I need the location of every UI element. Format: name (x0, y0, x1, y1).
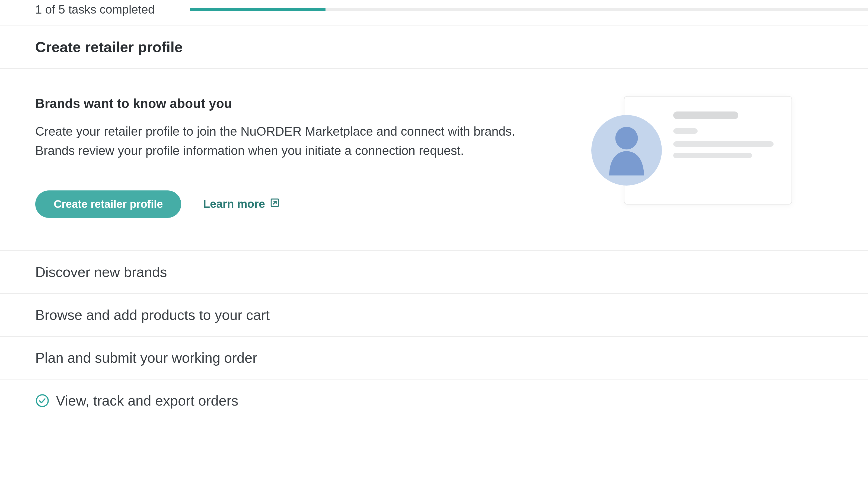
avatar-icon (591, 115, 662, 185)
task-header-view-track-export[interactable]: View, track and export orders (0, 379, 868, 422)
task-title: Discover new brands (35, 264, 868, 280)
illustration-line (673, 141, 774, 147)
link-label: Learn more (203, 198, 265, 210)
task-content: Brands want to know about you Create you… (35, 96, 551, 218)
content-description: Create your retailer profile to join the… (35, 122, 518, 161)
progress-bar (190, 8, 868, 11)
svg-point-3 (36, 395, 48, 406)
create-retailer-profile-button[interactable]: Create retailer profile (35, 191, 181, 218)
task-header-discover-brands[interactable]: Discover new brands (0, 251, 868, 293)
check-circle-icon (35, 394, 49, 408)
task-title: Browse and add products to your cart (35, 307, 868, 323)
progress-row: 1 of 5 tasks completed (0, 0, 868, 25)
illustration-line (673, 112, 738, 119)
divider (0, 422, 868, 422)
profile-card-illustration (597, 96, 792, 205)
task-title: View, track and export orders (56, 393, 238, 409)
progress-fill (190, 8, 326, 11)
button-label: Create retailer profile (54, 198, 163, 210)
progress-label: 1 of 5 tasks completed (35, 3, 155, 16)
illustration-line (673, 153, 752, 158)
illustration-line (673, 128, 698, 134)
external-link-icon (269, 197, 280, 211)
learn-more-link[interactable]: Learn more (203, 197, 280, 211)
actions-row: Create retailer profile Learn more (35, 191, 551, 218)
content-heading: Brands want to know about you (35, 96, 551, 111)
svg-point-2 (615, 127, 638, 149)
task-header-browse-products[interactable]: Browse and add products to your cart (0, 294, 868, 336)
task-header-create-retailer-profile[interactable]: Create retailer profile (0, 26, 868, 68)
task-body-create-retailer-profile: Brands want to know about you Create you… (0, 69, 868, 250)
task-title: Create retailer profile (35, 38, 868, 55)
task-title: Plan and submit your working order (35, 350, 868, 366)
task-header-plan-submit-order[interactable]: Plan and submit your working order (0, 337, 868, 379)
